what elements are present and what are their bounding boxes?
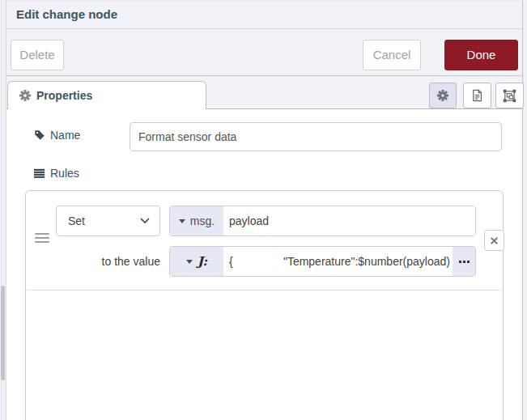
cancel-button[interactable]: Cancel — [363, 40, 421, 70]
property-type-button[interactable]: msg. — [170, 206, 223, 235]
property-type-label: msg. — [190, 214, 215, 227]
dialog-title: Edit change node — [16, 7, 117, 21]
tab-properties[interactable]: Properties — [7, 81, 206, 109]
node-properties-button[interactable] — [429, 83, 457, 108]
edit-change-node-dialog: Edit change node Delete Cancel Done — [6, 0, 523, 420]
value-type-button[interactable]: J: — [170, 247, 223, 276]
dialog-header: Edit change node — [6, 0, 522, 29]
rule-action-value: Set — [68, 214, 140, 227]
delete-button[interactable]: Delete — [11, 40, 64, 70]
name-input[interactable] — [130, 122, 502, 151]
triangle-down-icon — [186, 260, 193, 264]
rule-property-typed-input: msg. — [169, 206, 476, 236]
appearance-icon — [503, 89, 516, 103]
node-appearance-button[interactable] — [495, 83, 524, 108]
tag-icon — [34, 129, 45, 141]
rule-property-input[interactable] — [223, 206, 475, 235]
rule-value-typed-input: J: — [169, 246, 476, 277]
to-the-value-label: to the value — [56, 246, 160, 277]
tab-properties-label: Properties — [36, 89, 92, 102]
tab-bar: Properties — [6, 76, 522, 109]
node-description-button[interactable] — [463, 83, 491, 108]
expression-editor-button[interactable] — [453, 247, 475, 276]
rules-list: Set msg. — [25, 190, 504, 420]
ellipsis-icon — [459, 261, 470, 263]
jsonata-type-label: J: — [198, 254, 207, 269]
chevron-down-icon — [140, 218, 150, 224]
triangle-down-icon — [179, 219, 185, 223]
rule-action-select[interactable]: Set — [56, 206, 160, 236]
name-label: Name — [34, 129, 80, 142]
description-icon — [471, 89, 483, 102]
gear-icon — [437, 90, 448, 101]
list-icon — [34, 168, 45, 179]
scrollbar-thumb[interactable] — [1, 286, 5, 380]
close-icon — [491, 237, 498, 244]
rule-value-input[interactable] — [223, 247, 453, 276]
delete-rule-button[interactable] — [484, 230, 504, 251]
gear-icon — [19, 90, 31, 101]
dialog-toolbar: Delete Cancel Done — [6, 29, 522, 76]
rule-drag-handle[interactable] — [35, 233, 49, 246]
rules-label: Rules — [34, 167, 79, 180]
done-button[interactable]: Done — [444, 40, 518, 70]
page-scrollbar[interactable] — [0, 0, 6, 420]
rule-divider — [27, 290, 502, 291]
dialog-body: Name Rules Set — [6, 109, 522, 420]
